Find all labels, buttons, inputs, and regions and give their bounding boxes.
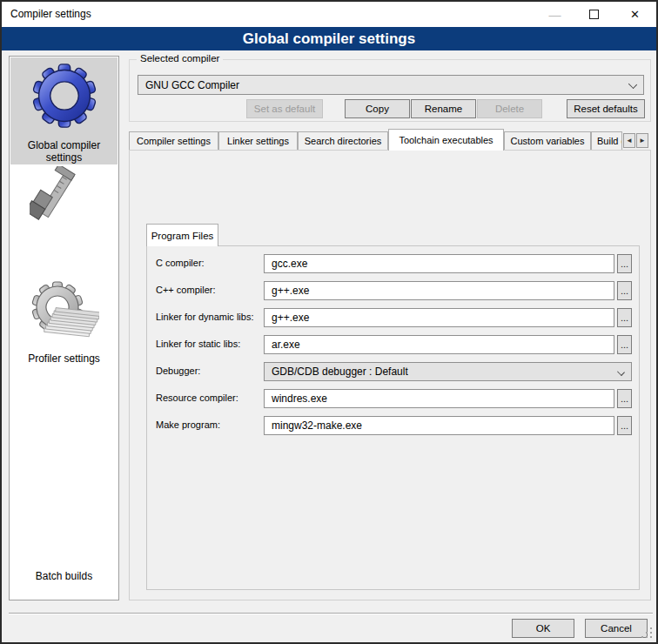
gear-stack-icon: [10, 279, 118, 351]
c-compiler-browse-button[interactable]: ...: [617, 254, 632, 273]
resize-grip-icon[interactable]: [650, 636, 652, 638]
sidebar-item-global-compiler-settings[interactable]: Global compiler settings: [10, 61, 118, 134]
sidebar-item-label: Profiler settings: [10, 352, 118, 365]
dialog-banner: Global compiler settings: [2, 27, 656, 50]
arrow-right-icon: ►: [639, 137, 646, 144]
tab-build-options[interactable]: Build options: [591, 131, 622, 150]
sidebar-item-profiler-settings[interactable]: Profiler settings: [10, 166, 118, 243]
make-program-value: mingw32-make.exe: [272, 419, 362, 432]
c-compiler-value: gcc.exe: [272, 258, 307, 270]
set-as-default-button[interactable]: Set as default: [246, 99, 323, 118]
debugger-select[interactable]: GDB/CDB debugger : Default: [264, 362, 632, 381]
program-row: Linker for static libs: ar.exe ...: [147, 335, 641, 354]
sidebar-item-batch-builds[interactable]: Batch builds: [10, 279, 118, 351]
compiler-select[interactable]: GNU GCC Compiler: [138, 75, 644, 95]
footer-separator: [9, 613, 653, 614]
tab-compiler-settings[interactable]: Compiler settings: [129, 131, 218, 150]
make-program-browse-button[interactable]: ...: [617, 416, 632, 435]
compiler-settings-dialog: Compiler settings — ✕ Global compiler se…: [0, 0, 658, 644]
minimize-icon: —: [549, 10, 561, 19]
sidebar-item-label: Global compiler settings: [10, 139, 118, 164]
rename-button[interactable]: Rename: [411, 99, 476, 118]
program-row: Make program: mingw32-make.exe ...: [147, 416, 641, 435]
make-program-input[interactable]: mingw32-make.exe: [264, 416, 614, 435]
copy-button[interactable]: Copy: [345, 99, 410, 118]
static-linker-value: ar.exe: [272, 339, 300, 351]
window-title: Compiler settings: [10, 8, 91, 20]
chevron-down-icon: [617, 368, 625, 376]
tab-scroll-right-button[interactable]: ►: [636, 133, 648, 148]
ok-button[interactable]: OK: [512, 619, 574, 638]
dynamic-linker-input[interactable]: g++.exe: [264, 308, 614, 327]
program-row: Debugger: GDB/CDB debugger : Default: [147, 362, 641, 381]
delete-button[interactable]: Delete: [477, 99, 542, 118]
c-compiler-input[interactable]: gcc.exe: [264, 254, 614, 273]
settings-sidebar: Global compiler settings: [9, 56, 119, 600]
program-files-page: C compiler: gcc.exe ... C++ compiler: g+…: [146, 245, 640, 590]
cpp-compiler-input[interactable]: g++.exe: [264, 281, 614, 300]
program-row: Resource compiler: windres.exe ...: [147, 389, 641, 408]
make-program-label: Make program:: [156, 419, 220, 430]
resource-compiler-browse-button[interactable]: ...: [617, 389, 632, 408]
tab-program-files[interactable]: Program Files: [146, 224, 218, 246]
cpp-compiler-value: g++.exe: [272, 285, 309, 297]
compiler-select-value: GNU GCC Compiler: [145, 79, 239, 91]
tab-linker-settings[interactable]: Linker settings: [218, 131, 298, 150]
c-compiler-label: C compiler:: [156, 258, 205, 268]
resource-compiler-value: windres.exe: [272, 392, 327, 405]
static-linker-browse-button[interactable]: ...: [617, 335, 632, 354]
resource-compiler-input[interactable]: windres.exe: [264, 389, 614, 408]
tab-toolchain-executables[interactable]: Toolchain executables: [388, 129, 504, 151]
debugger-value: GDB/CDB debugger : Default: [272, 366, 408, 378]
minimize-button[interactable]: —: [535, 2, 574, 27]
close-icon: ✕: [630, 8, 640, 21]
tab-search-directories[interactable]: Search directories: [298, 131, 388, 150]
tab-custom-variables[interactable]: Custom variables: [504, 131, 591, 150]
maximize-icon: [589, 10, 599, 19]
dynamic-linker-value: g++.exe: [272, 312, 309, 324]
sidebar-item-label: Batch builds: [10, 570, 118, 582]
dynamic-linker-label: Linker for dynamic libs:: [156, 312, 254, 322]
tab-scroll-left-button[interactable]: ◄: [623, 133, 635, 148]
page-title: Global compiler settings: [243, 30, 415, 48]
maximize-button[interactable]: [574, 2, 614, 27]
cpp-compiler-label: C++ compiler:: [156, 285, 215, 295]
static-linker-input[interactable]: ar.exe: [264, 335, 614, 354]
static-linker-label: Linker for static libs:: [156, 339, 240, 349]
program-row: C compiler: gcc.exe ...: [147, 254, 641, 273]
debugger-label: Debugger:: [156, 366, 200, 376]
program-row: C++ compiler: g++.exe ...: [147, 281, 641, 300]
resource-compiler-label: Resource compiler:: [156, 392, 238, 403]
selected-compiler-group-label: Selected compiler: [137, 53, 223, 64]
arrow-left-icon: ◄: [626, 137, 633, 144]
cpp-compiler-browse-button[interactable]: ...: [617, 281, 632, 300]
gear-blue-icon: [10, 61, 118, 134]
dynamic-linker-browse-button[interactable]: ...: [617, 308, 632, 327]
caliper-icon: [10, 166, 118, 243]
chevron-down-icon: [628, 80, 637, 89]
reset-defaults-button[interactable]: Reset defaults: [567, 99, 645, 118]
close-button[interactable]: ✕: [615, 2, 655, 27]
program-row: Linker for dynamic libs: g++.exe ...: [147, 308, 641, 327]
cancel-button[interactable]: Cancel: [585, 619, 648, 638]
